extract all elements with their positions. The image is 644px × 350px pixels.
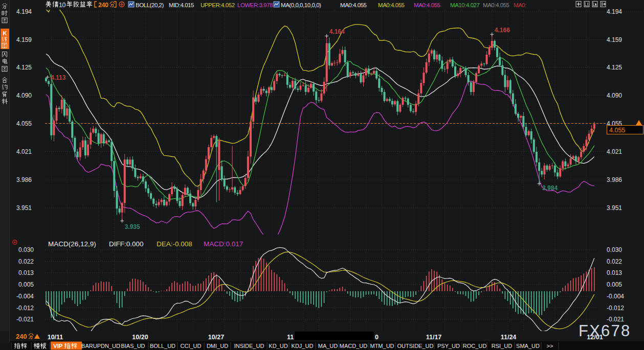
svg-text:10/27: 10/27 (208, 334, 224, 341)
svg-text:LOWER:3.978: LOWER:3.978 (237, 2, 273, 8)
svg-text:MTM_UD: MTM_UD (370, 343, 394, 349)
svg-text:3.935: 3.935 (125, 223, 140, 230)
svg-text:-0.012: -0.012 (16, 305, 34, 312)
svg-text:4.021: 4.021 (607, 148, 622, 155)
svg-text:BARUPDN_UD: BARUPDN_UD (81, 343, 120, 349)
svg-text:MACD(26,12,9): MACD(26,12,9) (48, 240, 96, 248)
svg-text:0: 0 (375, 334, 379, 341)
svg-text:3.986: 3.986 (607, 176, 622, 183)
svg-text:0.030: 0.030 (18, 246, 34, 253)
svg-text:3.986: 3.986 (16, 176, 32, 183)
svg-text:RSI_UD: RSI_UD (492, 343, 512, 349)
svg-text:MA0:: MA0: (514, 2, 526, 8)
svg-text:4.125: 4.125 (16, 64, 32, 71)
svg-text:OUTSIDE_UD: OUTSIDE_UD (397, 343, 434, 349)
svg-text:MA10:4.027: MA10:4.027 (450, 2, 480, 8)
svg-text:INSIDE_UD: INSIDE_UD (234, 343, 264, 349)
svg-text:MA0:4.055: MA0:4.055 (378, 2, 405, 8)
svg-text:MA0:4.055: MA0:4.055 (340, 2, 367, 8)
svg-text:0.022: 0.022 (607, 258, 622, 265)
svg-text:MACD:0.017: MACD:0.017 (204, 240, 243, 248)
svg-text:240: 240 (16, 333, 27, 340)
svg-text:4.021: 4.021 (16, 148, 32, 155)
svg-text:BOLL(20,2): BOLL(20,2) (136, 2, 164, 8)
svg-text:BOLL_UD: BOLL_UD (150, 343, 175, 349)
svg-text:4.166: 4.166 (495, 27, 510, 34)
svg-text:10/20: 10/20 (132, 334, 148, 341)
svg-text:10/11: 10/11 (48, 334, 63, 341)
svg-text:240: 240 (98, 2, 108, 9)
svg-text:4.159: 4.159 (16, 36, 32, 43)
svg-text:DMI_UD: DMI_UD (207, 343, 228, 349)
svg-text:0.022: 0.022 (18, 258, 34, 265)
svg-text:3.984: 3.984 (542, 184, 558, 192)
svg-text:-0.021: -0.021 (16, 316, 34, 323)
svg-text:4.090: 4.090 (607, 92, 622, 99)
svg-text:4.194: 4.194 (607, 8, 622, 15)
svg-text:KD_UD: KD_UD (269, 343, 287, 349)
svg-text:MACD_UD: MACD_UD (340, 343, 367, 349)
svg-text:3.951: 3.951 (16, 204, 32, 212)
svg-text:CCI_UD: CCI_UD (181, 343, 202, 349)
svg-text:DIFF:0.000: DIFF:0.000 (109, 240, 144, 248)
svg-text:VIP: VIP (53, 343, 63, 349)
svg-text:4.164: 4.164 (329, 28, 345, 35)
svg-text:3.951: 3.951 (607, 204, 622, 212)
svg-text:UPPER:4.052: UPPER:4.052 (201, 2, 235, 8)
svg-text:10: 10 (59, 2, 66, 9)
svg-text:4.194: 4.194 (16, 8, 32, 15)
svg-text:MID:4.015: MID:4.015 (169, 2, 194, 8)
svg-text:MA(0,0,0,10,0,0): MA(0,0,0,10,0,0) (281, 2, 321, 8)
svg-text:4.113: 4.113 (51, 74, 66, 81)
svg-text:0.030: 0.030 (607, 246, 622, 253)
svg-text:11/17: 11/17 (426, 334, 442, 341)
svg-text:MA0:4.055: MA0:4.055 (414, 2, 440, 8)
svg-text:FX678: FX678 (579, 322, 631, 340)
svg-text:SMA_UD: SMA_UD (516, 343, 540, 349)
svg-text:-0.012: -0.012 (607, 305, 624, 312)
svg-text:4.159: 4.159 (607, 36, 622, 43)
svg-text:0.005: 0.005 (18, 281, 34, 288)
svg-text:11/24: 11/24 (501, 334, 517, 341)
svg-text:MA0:4.055: MA0:4.055 (483, 2, 509, 8)
svg-text:11: 11 (287, 334, 294, 341)
svg-text:4.055: 4.055 (609, 127, 625, 134)
svg-text:0.005: 0.005 (607, 281, 622, 288)
svg-text:-0.004: -0.004 (607, 293, 624, 300)
svg-text:ROC_UD: ROC_UD (463, 343, 487, 349)
svg-text:>>: >> (547, 343, 553, 349)
svg-text:4.090: 4.090 (16, 92, 32, 99)
svg-text:4.055: 4.055 (16, 120, 32, 127)
svg-text:0.013: 0.013 (18, 269, 34, 276)
svg-text:BIAS_UD: BIAS_UD (121, 343, 145, 349)
svg-text:-0.004: -0.004 (16, 293, 34, 300)
svg-text:4.125: 4.125 (607, 64, 622, 71)
svg-text:0.013: 0.013 (607, 269, 622, 276)
svg-text:KDJ_UD: KDJ_UD (292, 343, 314, 349)
svg-text:MA_UD: MA_UD (318, 343, 338, 349)
svg-text:K: K (3, 30, 7, 36)
svg-text:PSY_UD: PSY_UD (437, 343, 460, 349)
svg-text:DEA:-0.008: DEA:-0.008 (157, 240, 192, 248)
